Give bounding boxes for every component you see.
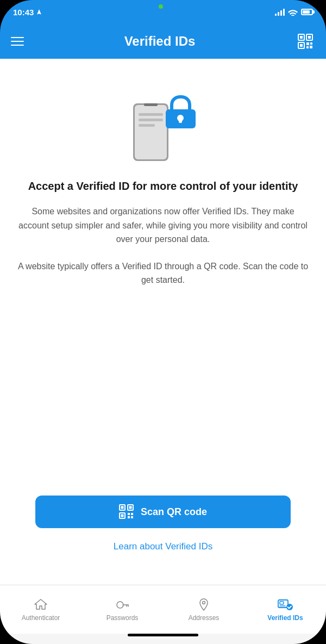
phone-frame: 10:43 Verified I [0,0,326,644]
nav-label-verified-ids: Verified IDs [267,614,303,622]
main-heading: Accept a Verified ID for more control of… [28,178,298,194]
location-pin-icon [197,598,211,612]
location-icon [36,9,42,15]
lock-illustration [163,94,198,129]
svg-rect-15 [139,124,155,127]
svg-rect-18 [179,118,182,123]
svg-rect-7 [310,42,312,45]
nav-label-addresses: Addresses [189,614,220,622]
svg-rect-22 [129,506,131,509]
hamburger-menu[interactable] [11,37,24,46]
description-2: A website typically offers a Verified ID… [16,259,310,287]
svg-point-29 [117,602,123,608]
svg-rect-12 [144,103,158,106]
learn-about-link[interactable]: Learn about Verified IDs [114,541,212,552]
description-1: Some websites and organizations now offe… [16,205,310,246]
nav-label-passwords: Passwords [106,614,139,622]
page-title: Verified IDs [124,34,196,49]
svg-rect-5 [300,44,303,47]
nav-item-addresses[interactable]: Addresses [163,593,244,626]
svg-rect-26 [131,513,133,515]
status-time: 10:43 [13,8,42,17]
qr-button-icon [119,504,134,519]
content-card: Accept a Verified ID for more control of… [0,59,326,585]
svg-rect-6 [306,42,309,45]
app-header: Verified IDs [0,24,326,59]
qr-scan-header-button[interactable] [296,32,315,51]
svg-rect-28 [131,516,133,518]
svg-rect-14 [139,119,163,121]
svg-rect-8 [306,46,309,48]
svg-rect-9 [310,46,312,48]
verified-id-icon [277,598,293,612]
time-display: 10:43 [13,8,34,17]
status-icons [275,8,313,16]
home-indicator-bar [0,634,326,644]
svg-rect-1 [300,36,303,39]
nav-item-passwords[interactable]: Passwords [82,593,163,626]
signal-icon [275,8,285,16]
home-icon [34,598,48,612]
battery-icon [301,9,313,15]
key-icon [115,598,129,612]
nav-item-verified-ids[interactable]: Verified IDs [244,593,326,626]
hero-illustration [125,86,201,162]
svg-rect-20 [121,506,123,509]
scan-button-label: Scan QR code [141,506,207,518]
svg-rect-35 [280,602,284,604]
svg-point-33 [203,601,205,604]
scan-qr-button[interactable]: Scan QR code [35,496,291,528]
svg-rect-3 [308,36,311,39]
nav-item-authenticator[interactable]: Authenticator [0,593,82,626]
svg-rect-13 [139,113,163,116]
bottom-nav: Authenticator Passwords Addresses [0,585,326,634]
status-bar: 10:43 [0,0,326,24]
main-content: Accept a Verified ID for more control of… [0,59,326,585]
svg-rect-27 [128,516,130,518]
active-dot [159,4,163,9]
qr-header-icon [297,33,314,49]
svg-rect-25 [128,513,130,515]
svg-rect-24 [121,515,123,517]
wifi-icon [288,8,298,16]
nav-label-authenticator: Authenticator [22,614,60,622]
